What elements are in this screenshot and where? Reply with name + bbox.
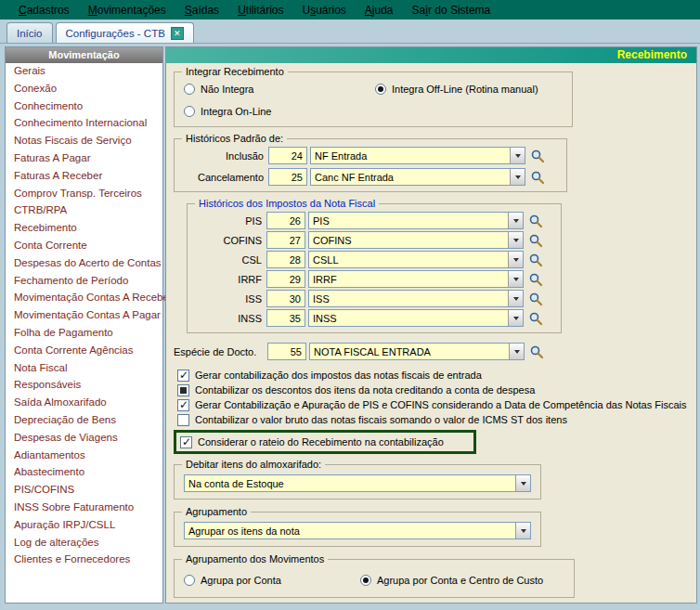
field-label: PIS xyxy=(197,215,264,227)
sidebar-item-gerais[interactable]: Gerais xyxy=(6,63,162,81)
chevron-down-icon[interactable] xyxy=(508,291,523,306)
tab-configuracoes-ctb[interactable]: Configurações - CTB ✕ xyxy=(56,22,194,43)
tab-label: Configurações - CTB xyxy=(66,28,165,39)
radio-integra-online[interactable]: Integra On-Line xyxy=(184,106,375,117)
sidebar-item-mov-contas-a-pagar[interactable]: Movimentação Contas A Pagar xyxy=(6,307,162,325)
chevron-down-icon[interactable] xyxy=(508,232,523,248)
cofins-combo[interactable]: COFINS xyxy=(308,231,524,249)
especie-code-field[interactable]: 55 xyxy=(267,343,306,360)
cofins-code-field[interactable]: 27 xyxy=(266,231,305,249)
search-icon[interactable] xyxy=(528,233,543,248)
agrupamento-combo[interactable]: Agrupar os itens da nota xyxy=(184,522,531,539)
cancelamento-code-field[interactable]: 25 xyxy=(268,168,307,186)
checkbox-valor-bruto-icms-st[interactable]: Contabilizar o valor bruto das notas fis… xyxy=(177,412,689,427)
sidebar-item-conta-corrente[interactable]: Conta Corrente xyxy=(6,238,162,255)
search-icon[interactable] xyxy=(530,149,545,163)
sidebar-item-fechamento-periodo[interactable]: Fechamento de Período xyxy=(6,273,162,291)
sidebar-item-folha-pagamento[interactable]: Folha de Pagamento xyxy=(6,325,162,343)
radio-icon xyxy=(184,106,195,117)
chevron-down-icon[interactable] xyxy=(510,148,525,163)
menu-saidas[interactable]: Saídas xyxy=(175,2,228,19)
irrf-code-field[interactable]: 29 xyxy=(266,270,305,288)
search-icon[interactable] xyxy=(528,214,543,228)
menu-ajuda[interactable]: Ajuda xyxy=(356,2,403,19)
inss-code-field[interactable]: 35 xyxy=(266,309,305,327)
chevron-down-icon[interactable] xyxy=(509,344,524,359)
sidebar-item-recebimento[interactable]: Recebimento xyxy=(6,220,162,238)
sidebar-item-inss-sobre-faturamento[interactable]: INSS Sobre Faturamento xyxy=(6,500,162,517)
inss-combo[interactable]: INSS xyxy=(308,309,524,327)
chevron-down-icon[interactable] xyxy=(508,213,523,228)
main-content: Integrar Recebimento Não Integra Integra… xyxy=(166,63,696,603)
inclusao-code-field[interactable]: 24 xyxy=(268,147,307,164)
search-icon[interactable] xyxy=(529,344,544,359)
checkbox-gerar-contabilizacao-impostos[interactable]: Gerar contabilização dos impostos das no… xyxy=(177,368,689,383)
menu-utilitarios[interactable]: Utilitários xyxy=(228,2,292,19)
sidebar-item-faturas-a-pagar[interactable]: Faturas A Pagar xyxy=(6,150,162,168)
chevron-down-icon[interactable] xyxy=(508,271,523,287)
sidebar-item-pis-cofins[interactable]: PIS/COFINS xyxy=(6,482,162,500)
checkbox-label: Gerar contabilização dos impostos das no… xyxy=(195,370,482,381)
sidebar-item-abastecimento[interactable]: Abastecimento xyxy=(6,464,162,482)
iss-combo[interactable]: ISS xyxy=(308,290,524,307)
sidebar-item-mov-contas-a-receber[interactable]: Movimentação Contas A Receber xyxy=(6,290,162,307)
sidebar-item-apuracao-irpj-csll[interactable]: Apuração IRPJ/CSLL xyxy=(6,517,162,535)
sidebar-item-notas-fiscais-servico[interactable]: Notas Fiscais de Serviço xyxy=(6,133,162,150)
radio-icon xyxy=(184,575,195,586)
sidebar-header: Movimentação xyxy=(6,47,162,63)
chevron-down-icon[interactable] xyxy=(508,252,523,267)
sidebar-item-log-alteracoes[interactable]: Log de alterações xyxy=(6,535,162,552)
sidebar-item-despesas-acerto-contas[interactable]: Despesas do Acerto de Contas xyxy=(6,255,162,273)
pis-code-field[interactable]: 26 xyxy=(266,212,305,229)
sidebar-item-faturas-a-receber[interactable]: Faturas A Receber xyxy=(6,168,162,186)
search-icon[interactable] xyxy=(528,292,543,306)
radio-agrupa-por-conta[interactable]: Agrupa por Conta xyxy=(184,575,360,586)
radio-integra-offline[interactable]: Integra Off-Line (Rotina manual) xyxy=(375,84,538,95)
group-title: Integrar Recebimento xyxy=(182,66,288,77)
sidebar-item-saida-almoxarifado[interactable]: Saída Almoxarifado xyxy=(6,395,162,412)
chevron-down-icon[interactable] xyxy=(508,310,523,326)
search-icon[interactable] xyxy=(528,311,543,326)
checkbox-rateio-recebimento[interactable]: Considerar o rateio do Recebimento na co… xyxy=(180,435,470,449)
sidebar-item-despesas-viagens[interactable]: Despesas de Viagens xyxy=(6,430,162,448)
csl-code-field[interactable]: 28 xyxy=(266,251,305,268)
sidebar-item-conhecimento[interactable]: Conhecimento xyxy=(6,98,162,116)
sidebar-item-responsaveis[interactable]: Responsáveis xyxy=(6,377,162,395)
checkbox-icon xyxy=(177,370,189,382)
close-tab-icon[interactable]: ✕ xyxy=(171,27,184,40)
checkbox-pis-cofins-competencia[interactable]: Gerar Contabilização e Apuração de PIS e… xyxy=(177,397,689,412)
search-icon[interactable] xyxy=(528,253,543,267)
especie-combo[interactable]: NOTA FISCAL ENTRADA xyxy=(309,343,525,360)
menu-cadastros[interactable]: Cadastros xyxy=(9,2,79,19)
sidebar-item-ctrb-rpa[interactable]: CTRB/RPA xyxy=(6,202,162,220)
debitar-combo[interactable]: Na conta de Estoque xyxy=(184,474,531,492)
pis-combo[interactable]: PIS xyxy=(308,212,524,229)
sidebar-item-depreciacao-bens[interactable]: Depreciação de Bens xyxy=(6,412,162,430)
search-icon[interactable] xyxy=(530,170,545,185)
sidebar-item-adiantamentos[interactable]: Adiantamentos xyxy=(6,448,162,465)
field-row-inss: INSS 35 INSS xyxy=(197,309,551,327)
sidebar-item-conhecimento-internacional[interactable]: Conhecimento Internacional xyxy=(6,115,162,133)
tab-inicio[interactable]: Início xyxy=(6,22,53,43)
sidebar-item-comprov-transp-terceiros[interactable]: Comprov Transp. Terceiros xyxy=(6,186,162,203)
sidebar-item-conta-corrente-agencias[interactable]: Conta Corrente Agências xyxy=(6,343,162,360)
search-icon[interactable] xyxy=(528,272,543,287)
sidebar-item-nota-fiscal[interactable]: Nota Fiscal xyxy=(6,360,162,378)
sidebar-item-clientes-fornecedores[interactable]: Clientes e Fornecedores xyxy=(6,552,162,569)
checkbox-contabilizar-descontos[interactable]: Contabilizar os descontos dos itens da n… xyxy=(177,383,689,397)
irrf-combo[interactable]: IRRF xyxy=(308,270,524,288)
chevron-down-icon[interactable] xyxy=(515,523,530,539)
menu-sair-do-sistema[interactable]: Sair do Sistema xyxy=(403,2,500,19)
menu-usuarios[interactable]: Usuários xyxy=(292,2,355,19)
combo-value: PIS xyxy=(309,215,508,227)
inclusao-combo[interactable]: NF Entrada xyxy=(310,147,525,164)
iss-code-field[interactable]: 30 xyxy=(266,290,305,307)
cancelamento-combo[interactable]: Canc NF Entrada xyxy=(310,168,525,186)
chevron-down-icon[interactable] xyxy=(515,475,530,491)
sidebar-item-conexao[interactable]: Conexão xyxy=(6,81,162,98)
csl-combo[interactable]: CSLL xyxy=(308,251,524,268)
radio-agrupa-conta-centro-custo[interactable]: Agrupa por Conta e Centro de Custo xyxy=(360,575,543,586)
radio-nao-integra[interactable]: Não Integra xyxy=(184,84,375,95)
menu-movimentacoes[interactable]: Movimentações xyxy=(79,2,175,19)
chevron-down-icon[interactable] xyxy=(510,169,525,185)
